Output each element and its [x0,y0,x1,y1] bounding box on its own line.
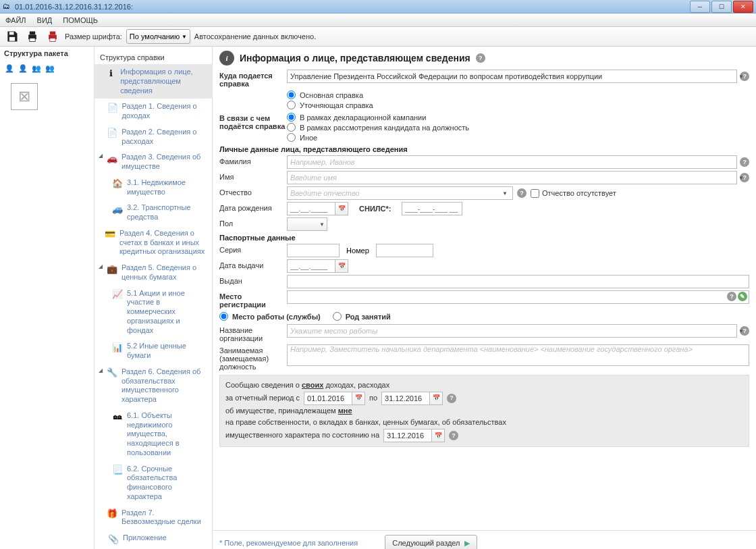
chevron-down-icon[interactable]: ▼ [738,74,748,80]
number-label: Номер [346,246,369,255]
radio-main-reference[interactable]: Основная справка [287,90,749,100]
declaration-summary: Сообщаю сведения о своих доходах, расход… [219,375,749,447]
nav-item-appendix[interactable]: 📎 Приложение [94,530,212,548]
toolbar: Размер шрифта: По умолчанию▼ Автосохране… [0,27,756,47]
font-size-select[interactable]: По умолчанию▼ [126,29,190,44]
nav-item-section7[interactable]: 🎁 Раздел 7. Безвозмездные сделки [94,505,212,531]
svg-rect-3 [30,32,35,35]
gender-label: Пол [219,217,287,228]
help-icon[interactable]: ? [476,53,485,63]
nav-item-section3[interactable]: ◢🚗 Раздел 3. Сведения об имуществе [94,149,212,175]
document-icon: 📄 [107,128,117,138]
surname-label: Фамилия [219,155,287,165]
nav-item-section3-1[interactable]: 🏠3.1. Недвижимое имущество [108,175,212,201]
radio-occupation[interactable]: Род занятий [333,311,391,321]
house-icon: 🏠 [112,178,123,189]
chevron-down-icon[interactable]: ◢ [99,263,103,269]
calendar-icon[interactable]: 📅 [429,392,443,405]
surname-input[interactable] [287,155,737,169]
app-icon: 🗂 [3,2,12,11]
patronymic-input[interactable] [287,186,513,200]
bars-icon: 📊 [112,342,123,352]
print-red-icon[interactable] [45,29,61,44]
snils-input[interactable] [402,202,462,215]
menu-view[interactable]: ВИД [32,15,58,26]
nav-item-section1[interactable]: 📄 Раздел 1. Сведения о доходах [94,99,212,124]
position-input[interactable] [287,344,749,366]
registration-input[interactable] [287,290,749,304]
radio-candidate[interactable]: В рамках рассмотрения кандидата на должн… [287,122,749,132]
window-maximize-button[interactable]: ☐ [711,1,732,13]
package-thumbnail[interactable]: ⊠ [11,83,38,110]
nav-item-section6-1[interactable]: 🏘6.1. Объекты недвижимого имущества, нах… [108,408,212,461]
calendar-icon[interactable]: 📅 [335,202,348,215]
radio-clarify-reference[interactable]: Уточняющая справка [287,100,749,110]
gift-icon: 🎁 [107,508,117,519]
reason-label: В связи с чем подаётся справка [219,112,287,130]
buildings-icon: 🏘 [112,411,123,422]
radio-campaign[interactable]: В рамках декларационной кампании [287,112,749,122]
nav-item-section5-1[interactable]: 📈5.1 Акции и иное участие в коммерческих… [108,286,212,339]
period-to-input[interactable] [381,392,430,405]
attachment-icon: 📎 [108,533,119,544]
help-icon[interactable]: ? [517,188,526,198]
passport-header: Паспортные данные [219,234,749,242]
passport-number-input[interactable] [376,244,433,257]
print-icon[interactable] [24,29,40,44]
person-blue-icon[interactable]: 👤 [4,63,15,74]
calendar-icon[interactable]: 📅 [335,259,348,273]
help-icon[interactable]: ? [447,394,456,403]
calendar-icon[interactable]: 📅 [352,392,365,405]
person-red-icon[interactable]: 👤 [18,63,28,74]
nav-header: Структура справки [94,51,212,64]
chevron-down-icon[interactable]: ▼ [502,190,512,197]
chevron-down-icon[interactable]: ▼ [738,175,748,181]
play-icon: ▶ [464,539,470,548]
gender-select[interactable]: ▼ [287,217,327,231]
snils-label: СНИЛС*: [359,205,391,213]
radio-workplace[interactable]: Место работы (службы) [219,311,321,321]
chevron-down-icon[interactable]: ◢ [99,153,103,159]
help-icon[interactable]: ? [449,431,458,440]
issue-date-label: Дата выдачи [219,259,287,269]
nav-item-section5[interactable]: ◢💼 Раздел 5. Сведения о ценных бумагах [94,260,212,286]
radio-other[interactable]: Иное [287,132,749,142]
name-input[interactable] [287,171,737,184]
period-from-input[interactable] [304,392,352,405]
org-input[interactable] [287,324,737,338]
nav-item-section5-2[interactable]: 📊5.2 Иные ценные бумаги [108,338,212,364]
autosave-status: Автосохранение данных включено. [194,32,316,41]
dob-input[interactable] [287,202,335,215]
nav-item-section3-2[interactable]: 🚙3.2. Транспортные средства [108,200,212,226]
chevron-down-icon[interactable]: ▼ [738,328,748,334]
car-icon: 🚗 [107,153,117,163]
submit-to-select[interactable] [287,70,737,83]
issue-date-input[interactable] [287,259,335,273]
menu-help[interactable]: ПОМОЩЬ [57,15,103,26]
passport-series-input[interactable] [287,244,340,257]
window-close-button[interactable]: ✕ [733,1,753,13]
nav-item-section6-2[interactable]: 📃6.2. Срочные обязательства финансового … [108,461,212,505]
org-label: Название организации [219,324,287,342]
next-section-button[interactable]: Следующий раздел▶ [385,535,477,549]
person-pair-icon[interactable]: 👥 [45,63,55,74]
save-icon[interactable] [4,29,20,44]
chevron-down-icon[interactable]: ◢ [99,367,103,373]
person-group-icon[interactable]: 👥 [31,63,42,74]
issued-by-input[interactable] [287,275,749,288]
titlebar: 🗂 01.01.2016-31.12.2016.31.12.2016: ─ ☐ … [0,0,756,14]
nav-item-section6[interactable]: ◢🔧 Раздел 6. Сведения об обязательствах … [94,364,212,408]
window-minimize-button[interactable]: ─ [690,1,710,13]
nav-item-section2[interactable]: 📄 Раздел 2. Сведения о расходах [94,124,212,150]
no-patronymic-checkbox[interactable]: Отчество отсутствует [531,189,616,198]
nav-item-section4[interactable]: 💳 Раздел 4. Сведения о счетах в банках и… [94,226,212,260]
help-icon[interactable]: ? [740,157,749,167]
menu-file[interactable]: ФАЙЛ [0,15,32,26]
info-badge-icon: i [219,51,234,66]
as-of-date-input[interactable] [383,429,432,442]
help-icon[interactable]: ? [727,292,736,301]
calendar-icon[interactable]: 📅 [431,429,445,442]
edit-icon[interactable]: ✎ [738,292,747,301]
document-icon: 📄 [107,102,118,113]
nav-item-info[interactable]: ℹ Информация о лице, представляющем свед… [94,64,212,99]
